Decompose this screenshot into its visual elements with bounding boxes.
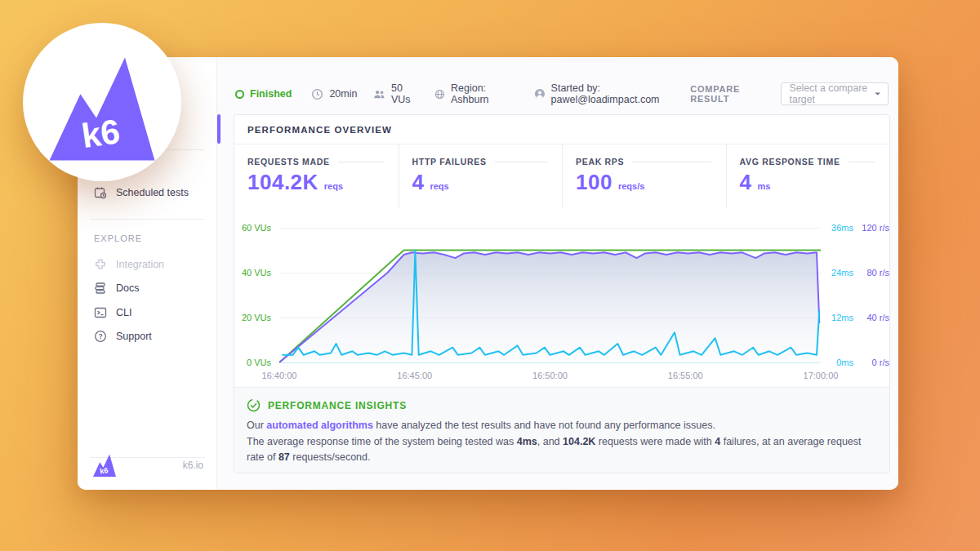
axis-tick: 16:40:00 [247, 370, 312, 381]
chevron-down-icon [875, 91, 880, 96]
metric-unit: reqs [324, 181, 343, 191]
metric-avg-response-time: AVG RESPONSE TIME 4ms [726, 144, 890, 208]
text-segment: 4ms [517, 436, 537, 447]
text-segment: , and [537, 436, 563, 447]
metric-divider-line [849, 162, 875, 162]
metric-peak-rps: PEAK RPS 100reqs/s [562, 144, 726, 208]
metric-label: REQUESTS MADE [247, 157, 330, 167]
sidebar-footer: k6 k6.io [78, 447, 216, 483]
metric-label: PEAK RPS [576, 157, 624, 167]
axis-tick: 16:45:00 [382, 370, 448, 381]
time-axis: 16:40:0016:45:0016:50:0016:55:0017:00:00 [234, 208, 889, 387]
k6-logo-badge: k6 [23, 23, 181, 181]
performance-overview-panel: PERFORMANCE OVERVIEW REQUESTS MADE 104.2… [234, 114, 890, 473]
sidebar-section-explore: EXPLORE [94, 233, 142, 243]
sidebar-item-label: Docs [116, 282, 139, 294]
text-segment: Our [247, 420, 266, 431]
insights-paragraph-2: The average response time of the system … [247, 434, 876, 465]
users-icon [373, 89, 385, 100]
puzzle-icon [94, 258, 107, 271]
sidebar-site-label[interactable]: k6.io [183, 460, 203, 471]
sidebar-item-label: Scheduled tests [116, 187, 189, 198]
status-finished: Finished [235, 88, 292, 100]
sidebar-item-integration[interactable]: Integration [78, 253, 216, 276]
insights-paragraph-1: Our automated algorithms have analyzed t… [247, 418, 876, 433]
clock-icon [311, 88, 323, 100]
metric-label: AVG RESPONSE TIME [740, 157, 840, 167]
panel-title: PERFORMANCE OVERVIEW [247, 125, 392, 135]
metric-unit: reqs [430, 181, 448, 191]
sidebar-item-scheduled-tests[interactable]: Scheduled tests [78, 181, 216, 204]
region-info: Region: Ashburn [434, 82, 516, 105]
text-segment: have analyzed the test results and have … [373, 420, 715, 431]
started-by-info: Started by: pawel@loadimpact.com [534, 82, 690, 105]
metric-value: 100 [576, 170, 612, 195]
sidebar-item-cli[interactable]: CLI [78, 301, 216, 324]
region-label: Region: Ashburn [451, 82, 516, 105]
sidebar-item-label: Integration [116, 259, 164, 270]
test-status-bar: Finished 20min 50 VUs Region: Ashbur [235, 82, 889, 106]
duration-info: 20min [311, 88, 357, 100]
sidebar-item-label: Support [116, 331, 152, 342]
main-content: Finished 20min 50 VUs Region: Ashbur [216, 57, 898, 490]
metric-http-failures: HTTP FAILURES 4reqs [399, 144, 563, 208]
k6-logo-small: k6 [91, 454, 118, 477]
text-segment: 104.2K [563, 436, 595, 447]
performance-insights-section: PERFORMANCE INSIGHTS Our automated algor… [234, 387, 889, 473]
check-circle-icon [247, 398, 261, 412]
metric-divider-line [338, 162, 384, 162]
text-segment: The average response time of the system … [247, 436, 517, 447]
text-segment: requests were made with [595, 436, 715, 447]
vus-info: 50 VUs [373, 82, 420, 105]
metric-unit: ms [757, 181, 770, 191]
axis-tick: 16:55:00 [653, 370, 718, 381]
metric-divider-line [495, 162, 547, 162]
axis-tick: 16:50:00 [518, 370, 583, 381]
metric-value: 4 [740, 170, 752, 195]
app-window: Scheduled tests EXPLORE Integration Docs… [78, 57, 898, 490]
metric-requests-made: REQUESTS MADE 104.2Kreqs [234, 144, 399, 208]
globe-icon [434, 88, 445, 100]
docs-icon [94, 282, 107, 295]
svg-text:k6: k6 [100, 466, 109, 475]
text-segment: 87 [278, 451, 290, 463]
axis-tick: 17:00:00 [788, 370, 853, 381]
svg-text:k6: k6 [79, 112, 122, 155]
text-segment: requests/second. [290, 451, 371, 463]
metric-value: 4 [412, 170, 425, 195]
performance-chart[interactable]: 60 VUs40 VUs20 VUs0 VUs 36ms24ms12ms0ms … [234, 208, 889, 387]
status-ring-icon [235, 90, 244, 99]
sidebar-item-label: CLI [116, 307, 131, 318]
panel-header: PERFORMANCE OVERVIEW [234, 115, 889, 144]
vus-label: 50 VUs [391, 82, 420, 105]
status-label: Finished [250, 88, 292, 100]
user-avatar-icon [534, 87, 546, 100]
metric-divider-line [632, 162, 710, 162]
text-segment: automated algorithms [266, 420, 373, 431]
compare-target-select[interactable]: Select a compare target [781, 82, 888, 105]
metrics-row: REQUESTS MADE 104.2Kreqs HTTP FAILURES 4… [234, 144, 889, 208]
k6-logo-icon: k6 [45, 55, 159, 161]
compare-result-label: COMPARE RESULT [690, 84, 770, 104]
insights-title: PERFORMANCE INSIGHTS [268, 400, 407, 411]
metric-value: 104.2K [247, 170, 318, 195]
metric-label: HTTP FAILURES [412, 157, 487, 167]
section-accent-bar [217, 114, 220, 144]
svg-text:?: ? [98, 332, 102, 340]
sidebar-item-docs[interactable]: Docs [78, 277, 216, 300]
terminal-icon [94, 306, 107, 319]
started-by-label: Started by: pawel@loadimpact.com [551, 82, 691, 105]
calendar-clock-icon [94, 186, 107, 199]
metric-unit: reqs/s [618, 181, 644, 191]
sidebar-divider [91, 219, 205, 220]
duration-label: 20min [329, 88, 357, 100]
help-icon: ? [94, 330, 107, 343]
sidebar-item-support[interactable]: ? Support [78, 325, 216, 348]
compare-select-placeholder: Select a compare target [789, 82, 874, 105]
